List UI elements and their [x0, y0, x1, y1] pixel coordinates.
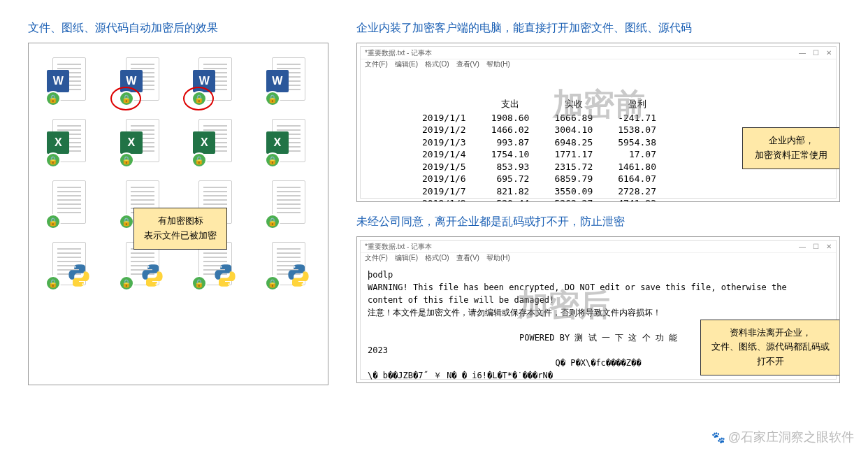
callout-text: 资料非法离开企业， [711, 326, 830, 341]
lock-icon: 🔒 [45, 275, 61, 291]
callout-text: 文件、图纸、源代码都乱码或打不开 [711, 340, 830, 369]
menu-edit[interactable]: 编辑(E) [395, 253, 418, 264]
left-panel: W🔒 W🔒 W🔒 W🔒 X🔒 X🔒 X🔒 X🔒 🔒 🔒 🔒 🔒 🔒 🔒 🔒 [28, 43, 328, 385]
svg-point-3 [155, 283, 157, 285]
menu-edit[interactable]: 编辑(E) [395, 59, 418, 71]
window-titlebar: *重要数据.txt - 记事本 —☐✕ [361, 241, 836, 253]
close-icon[interactable]: ✕ [826, 49, 832, 57]
menu-file[interactable]: 文件(F) [365, 253, 388, 264]
left-title: 文件、图纸、源代码自动加密后的效果 [28, 21, 328, 36]
svg-point-4 [221, 266, 222, 268]
python-file-icon: 🔒 [263, 242, 312, 291]
menu-view[interactable]: 查看(V) [456, 253, 479, 264]
callout-text: 有加密图标 [144, 214, 217, 229]
word-file-icon: W🔒 [117, 57, 166, 106]
python-file-icon: 🔒 [44, 242, 93, 291]
svg-point-6 [294, 266, 295, 268]
table-row: 2019/1/11908.601666.89-241.71 [410, 112, 669, 124]
word-file-icon: W🔒 [190, 57, 239, 106]
file-icon-grid: W🔒 W🔒 W🔒 W🔒 X🔒 X🔒 X🔒 X🔒 🔒 🔒 🔒 🔒 🔒 🔒 🔒 [36, 57, 321, 291]
window-titlebar: *重要数据.txt - 记事本 —☐✕ [361, 47, 836, 59]
menu-format[interactable]: 格式(O) [425, 253, 449, 264]
lock-icon: 🔒 [119, 275, 134, 291]
lock-icon: 🔒 [45, 214, 61, 229]
menu-file[interactable]: 文件(F) [365, 59, 388, 71]
lock-icon: 🔒 [119, 214, 134, 229]
lock-icon: 🔒 [45, 91, 61, 106]
notepad-window: *重要数据.txt - 记事本 —☐✕ 文件(F) 编辑(E) 格式(O) 查看… [360, 46, 837, 199]
excel-file-icon: X🔒 [44, 119, 93, 168]
after-panel: *重要数据.txt - 记事本 —☐✕ 文件(F) 编辑(E) 格式(O) 查看… [356, 236, 840, 383]
lock-icon: 🔒 [265, 152, 280, 168]
table-row: 2019/1/7821.823550.092728.27 [410, 185, 669, 198]
window-title: *重要数据.txt - 记事本 [365, 48, 432, 58]
maximize-icon[interactable]: ☐ [813, 49, 819, 57]
menubar[interactable]: 文件(F) 编辑(E) 格式(O) 查看(V) 帮助(H) [361, 253, 836, 264]
table-row: 2019/1/3993.876948.255954.38 [410, 136, 669, 149]
svg-point-2 [147, 266, 149, 268]
excel-file-icon: X🔒 [190, 119, 239, 168]
table-row: 2019/1/5853.932315.721461.80 [410, 161, 669, 173]
menu-help[interactable]: 帮助(H) [486, 253, 510, 264]
excel-file-icon: X🔒 [117, 119, 166, 168]
text-file-icon: 🔒 [263, 180, 312, 229]
lock-icon: 🔒 [265, 214, 280, 229]
minimize-icon[interactable]: — [799, 243, 806, 250]
table-row: 2019/1/6695.726859.796164.07 [410, 173, 669, 185]
callout-text: 表示文件已被加密 [144, 229, 217, 243]
lock-icon: 🔒 [265, 91, 280, 106]
right-bottom-callout: 资料非法离开企业， 文件、图纸、源代码都乱码或打不开 [700, 320, 840, 375]
python-icon [66, 263, 92, 288]
right-top-callout: 企业内部， 加密资料正常使用 [742, 127, 840, 169]
lock-icon: 🔒 [191, 275, 207, 291]
svg-point-7 [301, 283, 303, 285]
svg-point-1 [82, 283, 84, 285]
table-row: 2019/1/41754.101771.1717.07 [410, 148, 669, 161]
data-table: 支出实收盈利 2019/1/11908.601666.89-241.712019… [410, 98, 669, 202]
svg-point-0 [75, 266, 76, 268]
callout-text: 加密资料正常使用 [753, 148, 830, 163]
excel-file-icon: X🔒 [263, 119, 312, 168]
text-file-icon: 🔒 [44, 180, 93, 229]
maximize-icon[interactable]: ☐ [813, 243, 819, 250]
highlight-circle-icon [183, 87, 214, 110]
minimize-icon[interactable]: — [799, 49, 806, 57]
window-title: *重要数据.txt - 记事本 [365, 242, 432, 252]
footer-watermark: 🐾 @石家庄洞察之眼软件 [711, 429, 854, 445]
svg-point-5 [229, 283, 230, 285]
lock-icon: 🔒 [45, 152, 61, 168]
paw-icon: 🐾 [711, 431, 725, 444]
lock-icon: 🔒 [119, 152, 134, 168]
close-icon[interactable]: ✕ [826, 243, 832, 250]
word-file-icon: W🔒 [263, 57, 312, 106]
highlight-circle-icon [110, 87, 141, 110]
menu-help[interactable]: 帮助(H) [486, 59, 510, 71]
lock-icon: 🔒 [191, 152, 207, 168]
right-bottom-title: 未经公司同意，离开企业都是乱码或打不开，防止泄密 [356, 215, 840, 229]
menu-view[interactable]: 查看(V) [456, 59, 479, 71]
word-file-icon: W🔒 [44, 57, 93, 106]
menubar[interactable]: 文件(F) 编辑(E) 格式(O) 查看(V) 帮助(H) [361, 59, 836, 71]
before-panel: *重要数据.txt - 记事本 —☐✕ 文件(F) 编辑(E) 格式(O) 查看… [356, 43, 840, 202]
table-row: 2019/1/8520.445262.274741.83 [410, 197, 669, 202]
menu-format[interactable]: 格式(O) [425, 59, 449, 71]
left-callout: 有加密图标 表示文件已被加密 [133, 208, 227, 250]
table-row: 2019/1/21466.023004.101538.07 [410, 124, 669, 136]
callout-text: 企业内部， [753, 134, 830, 148]
right-top-title: 企业内装了加密客户端的电脑，能直接打开加密文件、图纸、源代码 [356, 21, 840, 36]
lock-icon: 🔒 [265, 275, 280, 291]
